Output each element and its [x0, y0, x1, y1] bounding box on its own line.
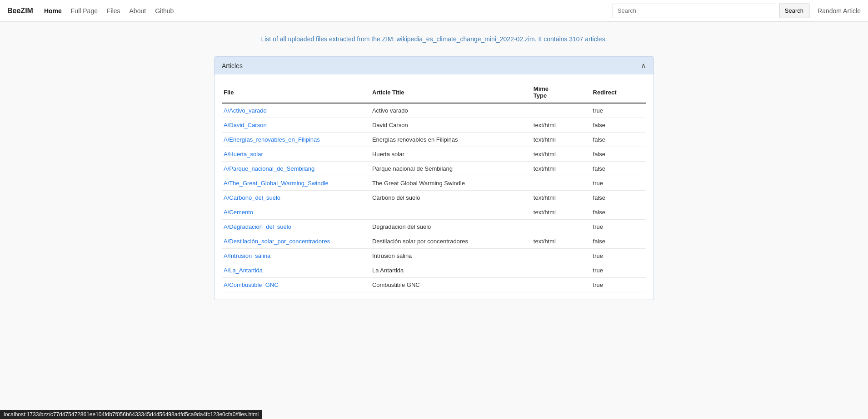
cell-file: A/The_Great_Global_Warming_Swindle	[222, 176, 370, 191]
cell-redirect: true	[591, 176, 646, 191]
cell-redirect: false	[591, 205, 646, 220]
table-row: A/Degradacion_del_sueloDegradacion del s…	[222, 220, 646, 234]
cell-mime: text/html	[532, 191, 591, 205]
cell-mime	[532, 278, 591, 292]
cell-redirect: false	[591, 162, 646, 176]
cell-file: A/Parque_nacional_de_Sembilang	[222, 162, 370, 176]
subtitle: List of all uploaded files extracted fro…	[214, 35, 654, 43]
file-link[interactable]: A/Combustible_GNC	[224, 281, 279, 288]
file-link[interactable]: A/Degradacion_del_suelo	[224, 223, 291, 230]
cell-mime	[532, 249, 591, 263]
cell-title	[370, 205, 532, 220]
cell-file: A/David_Carson	[222, 118, 370, 133]
cell-redirect: false	[591, 147, 646, 162]
cell-title: Destilación solar por concentradores	[370, 234, 532, 249]
nav-about[interactable]: About	[130, 7, 146, 15]
col-header-title: Article Title	[370, 82, 532, 103]
table-row: A/David_CarsonDavid Carsontext/htmlfalse	[222, 118, 646, 133]
nav-home[interactable]: Home	[44, 7, 62, 15]
cell-title: Huerta solar	[370, 147, 532, 162]
cell-redirect: true	[591, 278, 646, 292]
nav-links: Home Full Page Files About Github	[44, 7, 613, 15]
table-row: A/La_AntartidaLa Antartidatrue	[222, 263, 646, 278]
table-row: A/Parque_nacional_de_SembilangParque nac…	[222, 162, 646, 176]
cell-file: A/Destilación_solar_por_concentradores	[222, 234, 370, 249]
cell-redirect: false	[591, 133, 646, 147]
cell-title: Degradacion del suelo	[370, 220, 532, 234]
cell-mime: text/html	[532, 118, 591, 133]
nav-full-page[interactable]: Full Page	[71, 7, 98, 15]
cell-redirect: true	[591, 249, 646, 263]
file-link[interactable]: A/Activo_varado	[224, 107, 267, 114]
cell-mime: text/html	[532, 234, 591, 249]
table-row: A/Intrusion_salinaIntrusion salinatrue	[222, 249, 646, 263]
cell-mime: text/html	[532, 147, 591, 162]
table-row: A/The_Great_Global_Warming_SwindleThe Gr…	[222, 176, 646, 191]
cell-title: David Carson	[370, 118, 532, 133]
cell-redirect: false	[591, 234, 646, 249]
table-row: A/Huerta_solarHuerta solartext/htmlfalse	[222, 147, 646, 162]
file-link[interactable]: A/Carbono_del_suelo	[224, 194, 280, 201]
table-row: A/Carbono_del_sueloCarbono del suelotext…	[222, 191, 646, 205]
table-row: A/Activo_varadoActivo varadotrue	[222, 103, 646, 118]
panel-header[interactable]: Articles ∧	[215, 57, 653, 74]
file-link[interactable]: A/Energías_renovables_en_Filipinas	[224, 136, 320, 143]
cell-file: A/Activo_varado	[222, 103, 370, 118]
cell-file: A/Intrusion_salina	[222, 249, 370, 263]
cell-title: Carbono del suelo	[370, 191, 532, 205]
col-header-mime: MimeType	[532, 82, 591, 103]
cell-redirect: true	[591, 263, 646, 278]
table-header-row: File Article Title MimeType Redirect	[222, 82, 646, 103]
cell-file: A/Degradacion_del_suelo	[222, 220, 370, 234]
cell-file: A/Combustible_GNC	[222, 278, 370, 292]
cell-title: Parque nacional de Sembilang	[370, 162, 532, 176]
cell-mime	[532, 103, 591, 118]
panel-title: Articles	[222, 62, 243, 69]
cell-mime: text/html	[532, 205, 591, 220]
nav-files[interactable]: Files	[107, 7, 120, 15]
cell-redirect: false	[591, 118, 646, 133]
table-wrapper: File Article Title MimeType Redirect A/A…	[215, 74, 653, 300]
cell-title: The Great Global Warming Swindle	[370, 176, 532, 191]
file-link[interactable]: A/Cemento	[224, 209, 253, 216]
file-link[interactable]: A/Intrusion_salina	[224, 252, 270, 259]
cell-file: A/Energías_renovables_en_Filipinas	[222, 133, 370, 147]
cell-title: La Antartida	[370, 263, 532, 278]
search-input[interactable]	[613, 4, 776, 18]
file-link[interactable]: A/La_Antartida	[224, 267, 263, 274]
cell-redirect: true	[591, 103, 646, 118]
table-body: A/Activo_varadoActivo varadotrueA/David_…	[222, 103, 646, 292]
chevron-up-icon: ∧	[641, 61, 646, 70]
cell-file: A/Cemento	[222, 205, 370, 220]
random-article-link[interactable]: Random Article	[818, 7, 861, 15]
file-link[interactable]: A/David_Carson	[224, 122, 267, 128]
cell-redirect: true	[591, 220, 646, 234]
cell-mime	[532, 176, 591, 191]
cell-file: A/Huerta_solar	[222, 147, 370, 162]
cell-title: Intrusion salina	[370, 249, 532, 263]
search-button[interactable]: Search	[779, 4, 809, 18]
table-row: A/Combustible_GNCCombustible GNCtrue	[222, 278, 646, 292]
main-content: List of all uploaded files extracted fro…	[207, 22, 661, 314]
file-link[interactable]: A/Destilación_solar_por_concentradores	[224, 238, 330, 245]
cell-title: Energías renovables en Filipinas	[370, 133, 532, 147]
navbar: BeeZIM Home Full Page Files About Github…	[0, 0, 868, 22]
articles-table: File Article Title MimeType Redirect A/A…	[222, 82, 646, 292]
cell-title: Combustible GNC	[370, 278, 532, 292]
table-row: A/Cementotext/htmlfalse	[222, 205, 646, 220]
file-link[interactable]: A/Huerta_solar	[224, 151, 263, 158]
table-row: A/Energías_renovables_en_FilipinasEnergí…	[222, 133, 646, 147]
nav-github[interactable]: Github	[155, 7, 174, 15]
cell-mime	[532, 220, 591, 234]
brand: BeeZIM	[7, 7, 33, 15]
cell-mime	[532, 263, 591, 278]
table-row: A/Destilación_solar_por_concentradoresDe…	[222, 234, 646, 249]
cell-file: A/Carbono_del_suelo	[222, 191, 370, 205]
cell-file: A/La_Antartida	[222, 263, 370, 278]
table-head: File Article Title MimeType Redirect	[222, 82, 646, 103]
cell-mime: text/html	[532, 162, 591, 176]
file-link[interactable]: A/Parque_nacional_de_Sembilang	[224, 165, 314, 172]
col-header-file: File	[222, 82, 370, 103]
file-link[interactable]: A/The_Great_Global_Warming_Swindle	[224, 180, 329, 187]
search-area: Search Random Article	[613, 4, 861, 18]
